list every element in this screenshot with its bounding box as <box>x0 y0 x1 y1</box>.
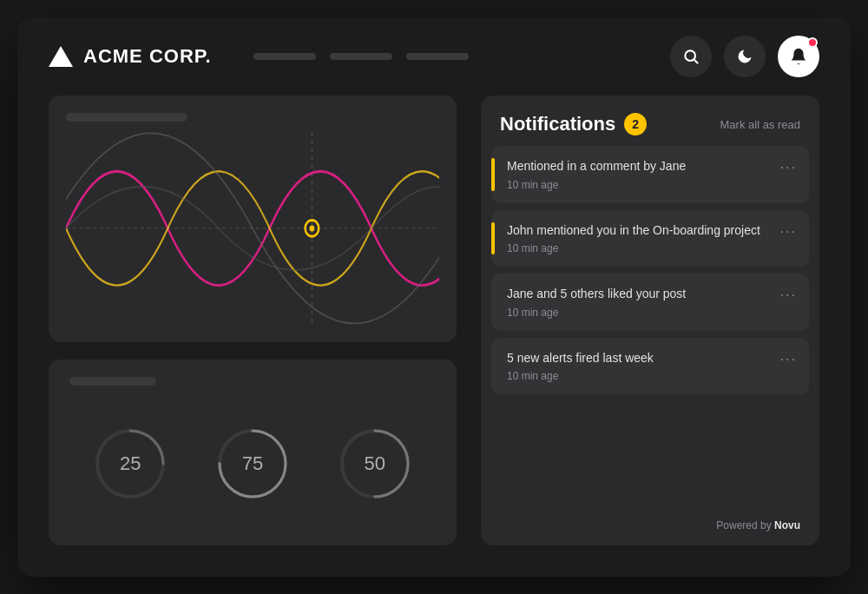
logo-area: ACME CORP. <box>49 45 212 68</box>
gauge-1: 25 <box>91 425 169 503</box>
footer-text: Powered by <box>716 519 774 531</box>
gauge-1-value: 25 <box>120 452 141 475</box>
notif-body-1: Mentioned in a comment by Jane 10 min ag… <box>507 158 780 191</box>
notif-body-4: 5 new alerts fired last week 10 min age <box>507 350 780 383</box>
notifications-badge: 2 <box>624 113 647 135</box>
notifications-title: Notifications <box>500 113 615 135</box>
notification-button[interactable] <box>778 36 819 77</box>
notif-text-1: Mentioned in a comment by Jane <box>507 158 780 175</box>
notifications-list: Mentioned in a comment by Jane 10 min ag… <box>481 146 819 511</box>
gauges-row: 25 75 <box>69 399 436 528</box>
svg-line-1 <box>694 60 698 63</box>
header: ACME CORP. <box>17 17 851 96</box>
app-name: ACME CORP. <box>83 45 212 68</box>
gauge-2-value: 75 <box>242 452 263 475</box>
notif-time-2: 10 min age <box>507 242 780 254</box>
chart-title-bar <box>66 113 187 122</box>
nav-pill-3[interactable] <box>406 53 469 60</box>
notifications-footer: Powered by Novu <box>481 511 819 545</box>
notif-more-4[interactable]: ··· <box>780 350 797 383</box>
notif-more-3[interactable]: ··· <box>780 286 797 319</box>
chart-card <box>49 96 457 342</box>
notif-text-4: 5 new alerts fired last week <box>507 350 780 367</box>
line-chart <box>66 132 439 325</box>
mark-all-read-button[interactable]: Mark all as read <box>720 118 800 131</box>
nav-pill-1[interactable] <box>253 53 316 60</box>
bell-icon <box>789 47 808 66</box>
notif-time-3: 10 min age <box>507 307 780 319</box>
main-content: 25 75 <box>17 96 851 577</box>
notif-accent-4 <box>491 350 495 383</box>
notification-dot <box>807 37 818 48</box>
logo-triangle-icon <box>49 46 73 67</box>
svg-point-5 <box>309 225 314 231</box>
notification-item-3[interactable]: Jane and 5 others liked your post 10 min… <box>491 274 809 331</box>
theme-button[interactable] <box>724 36 766 77</box>
notif-accent-3 <box>491 286 495 319</box>
gauge-3-value: 50 <box>364 452 385 475</box>
chart-area <box>66 132 439 325</box>
metrics-card: 25 75 <box>49 360 457 545</box>
notif-accent-2 <box>491 222 495 255</box>
header-icons <box>670 36 819 77</box>
notifications-header: Notifications 2 Mark all as read <box>481 96 819 146</box>
app-container: ACME CORP. <box>17 17 851 577</box>
notifications-panel: Notifications 2 Mark all as read Mention… <box>481 96 819 545</box>
left-panel: 25 75 <box>49 96 457 545</box>
notif-text-3: Jane and 5 others liked your post <box>507 286 780 303</box>
notification-item-1[interactable]: Mentioned in a comment by Jane 10 min ag… <box>491 146 809 203</box>
search-button[interactable] <box>670 36 712 77</box>
footer-brand: Novu <box>774 519 800 531</box>
notification-item-4[interactable]: 5 new alerts fired last week 10 min age … <box>491 338 809 395</box>
notif-time-1: 10 min age <box>507 179 780 191</box>
notif-more-1[interactable]: ··· <box>780 158 797 191</box>
nav-pill-2[interactable] <box>330 53 392 60</box>
notif-accent-1 <box>491 158 495 191</box>
notification-item-2[interactable]: John mentioned you in the On-boarding pr… <box>491 210 809 267</box>
moon-icon <box>736 48 753 65</box>
gauge-2: 75 <box>214 425 292 503</box>
metrics-title-bar <box>69 377 156 386</box>
notif-text-2: John mentioned you in the On-boarding pr… <box>507 222 780 240</box>
notif-time-4: 10 min age <box>507 370 780 382</box>
notif-body-3: Jane and 5 others liked your post 10 min… <box>507 286 780 319</box>
notif-body-2: John mentioned you in the On-boarding pr… <box>507 222 780 255</box>
gauge-3: 50 <box>336 425 414 503</box>
notif-more-2[interactable]: ··· <box>780 222 797 255</box>
search-icon <box>682 48 700 65</box>
nav-pills <box>253 53 469 60</box>
